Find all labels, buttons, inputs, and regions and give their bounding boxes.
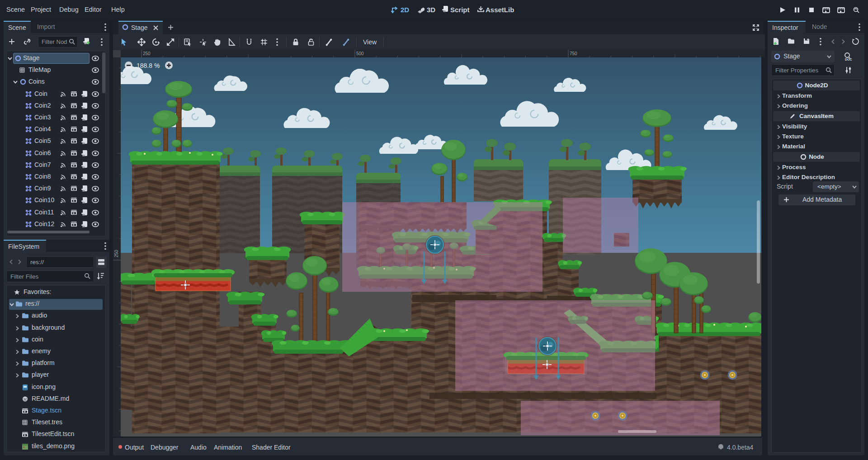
svg-text:250: 250 <box>114 250 119 257</box>
svg-text:DOC: DOC <box>845 58 852 61</box>
svg-text:750: 750 <box>570 51 577 56</box>
svg-text:250: 250 <box>143 51 151 56</box>
svg-text:500: 500 <box>356 51 364 56</box>
